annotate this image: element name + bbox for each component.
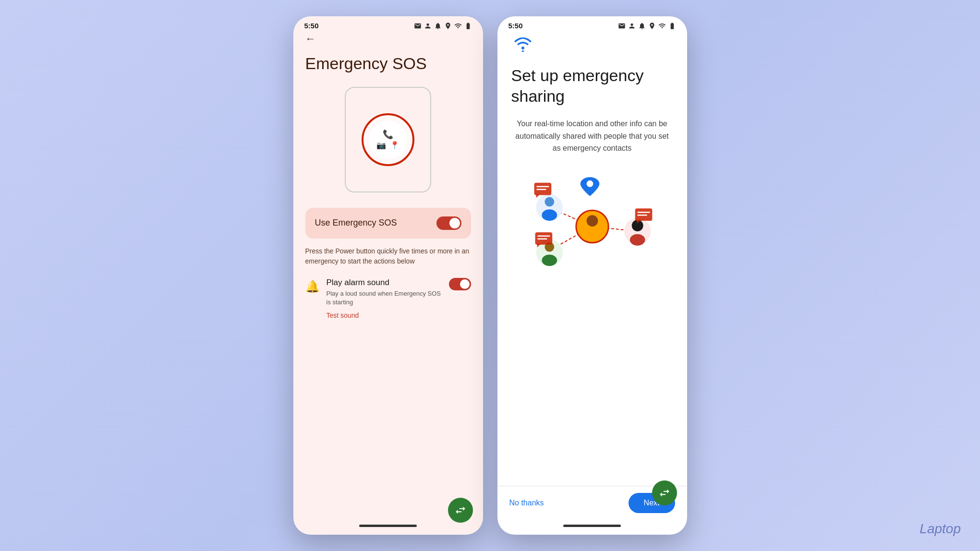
toggle-label: Use Emergency SOS — [315, 218, 397, 228]
sos-circle-inner: 📞 📷 📍 — [369, 120, 407, 159]
svg-point-5 — [586, 215, 598, 227]
svg-point-12 — [542, 254, 557, 266]
sos-bottom-icons: 📷 📍 — [376, 141, 399, 150]
person-icon — [424, 22, 432, 30]
sharing-svg — [511, 169, 673, 284]
svg-marker-19 — [536, 194, 540, 198]
description-text: Your real-time location and other info c… — [511, 118, 673, 155]
battery-icon-1 — [464, 22, 472, 30]
status-bar-1: 5:50 — [294, 17, 483, 33]
svg-point-28 — [586, 180, 593, 187]
page-title-1: Emergency SOS — [305, 54, 471, 73]
swap-icon-1 — [454, 504, 467, 516]
bottom-indicator-1 — [359, 525, 417, 527]
no-thanks-button[interactable]: No thanks — [509, 499, 544, 507]
helper-text: Press the Power button quickly five time… — [305, 246, 471, 266]
svg-point-15 — [629, 234, 645, 246]
status-icons-1 — [414, 22, 472, 30]
bell-icon-2 — [638, 22, 646, 30]
sos-phone-illustration: 📞 📷 📍 — [345, 87, 431, 192]
page-title-2: Set up emergency sharing — [511, 65, 673, 106]
screen1-fab[interactable] — [448, 498, 473, 523]
gmail-icon-2 — [618, 22, 626, 30]
wifi-icon-1 — [454, 22, 462, 30]
maps-icon-2 — [648, 22, 656, 30]
sharing-illustration — [511, 169, 673, 284]
bell-icon — [434, 22, 442, 30]
wifi-icon-2 — [658, 22, 666, 30]
screen1-content: ← Emergency SOS 📞 📷 📍 Use Emergency SOS — [294, 33, 483, 517]
screen2-content: Set up emergency sharing Your real-time … — [498, 33, 687, 486]
laptop-watermark: Laptop — [920, 521, 961, 537]
battery-icon-2 — [668, 22, 676, 30]
test-sound-link[interactable]: Test sound — [327, 311, 442, 319]
camera-icon: 📷 — [376, 141, 386, 150]
gmail-icon — [414, 22, 422, 30]
svg-point-6 — [583, 228, 601, 242]
back-button[interactable]: ← — [305, 33, 471, 45]
svg-point-9 — [542, 209, 557, 221]
person-icon-2 — [628, 22, 636, 30]
sos-circle: 📞 📷 📍 — [362, 113, 414, 166]
alarm-sound-toggle[interactable] — [449, 278, 471, 290]
swap-icon-2 — [658, 487, 671, 499]
emergency-sos-toggle-row: Use Emergency SOS — [305, 208, 471, 239]
alarm-sound-icon: 🔔 — [305, 280, 320, 293]
status-time-1: 5:50 — [304, 22, 319, 30]
location-icon: 📍 — [390, 141, 399, 150]
alarm-description: Play a loud sound when Emergency SOS is … — [327, 289, 442, 307]
alarm-title: Play alarm sound — [327, 278, 442, 287]
status-icons-2 — [618, 22, 676, 30]
alarm-row: 🔔 Play alarm sound Play a loud sound whe… — [305, 278, 471, 319]
phone-call-icon: 📞 — [383, 129, 393, 140]
emergency-sharing-screen: 5:50 Set up emergency shar — [497, 16, 687, 535]
bottom-indicator-2 — [563, 525, 621, 527]
wifi-location-composite-icon — [511, 33, 673, 58]
maps-icon — [444, 22, 452, 30]
status-time-2: 5:50 — [508, 22, 523, 30]
svg-point-0 — [521, 47, 524, 49]
status-bar-2: 5:50 — [498, 17, 687, 33]
svg-point-8 — [544, 197, 554, 206]
screen2-fab[interactable] — [652, 480, 677, 505]
emergency-sos-toggle[interactable] — [436, 216, 461, 230]
emergency-sos-screen: 5:50 ← Emergency SOS — [293, 16, 483, 535]
bottom-bar-2 — [498, 517, 687, 534]
alarm-text-block: Play alarm sound Play a loud sound when … — [327, 278, 442, 319]
